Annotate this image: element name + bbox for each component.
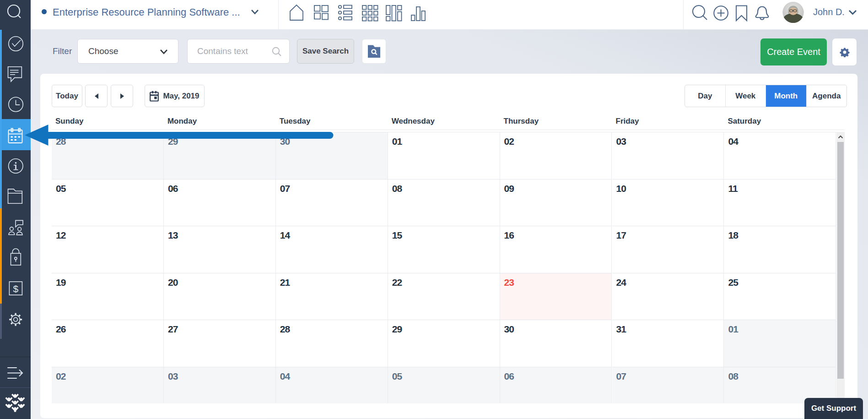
svg-text:$: $	[13, 283, 19, 294]
